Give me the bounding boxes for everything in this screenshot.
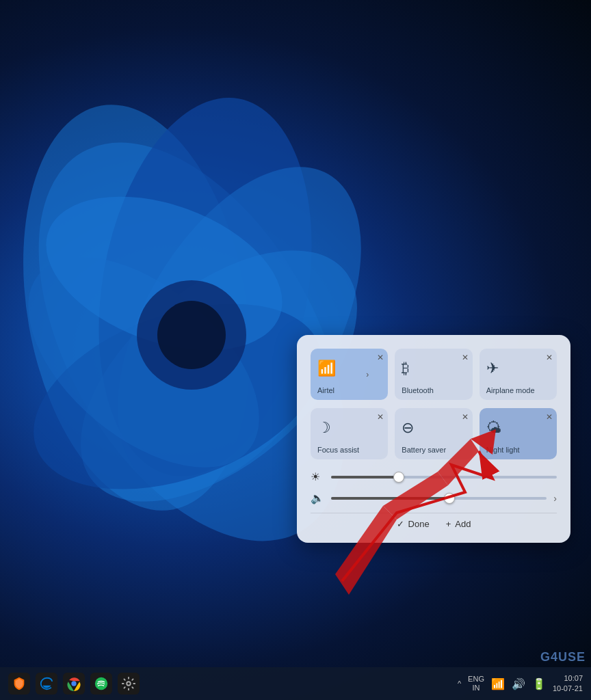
- taskbar-volume-icon[interactable]: 🔊: [512, 677, 525, 690]
- focus-settings-icon[interactable]: ✕: [377, 412, 384, 422]
- brightness-fill: [331, 476, 399, 479]
- taskbar-sys-tray: ^ ENG IN 📶 🔊 🔋 10:07 10-07-21: [458, 673, 583, 695]
- svg-point-17: [127, 682, 131, 686]
- wifi-icon: 📶: [317, 360, 381, 377]
- airplane-label: Airplane mode: [486, 386, 550, 394]
- battery-label: Battery saver: [402, 446, 465, 454]
- quick-settings-bottom: ✓ Done + Add: [311, 513, 557, 529]
- taskbar-clock[interactable]: 10:07 10-07-21: [553, 673, 583, 695]
- taskbar-battery-icon[interactable]: 🔋: [532, 677, 546, 690]
- volume-fill: [331, 497, 449, 500]
- tiles-row-1: ✕ › 📶 Airtel ✕ ₿ Bluetooth ✕ ✈ Airplane …: [311, 349, 557, 400]
- svg-point-16: [95, 677, 107, 690]
- tiles-row-2: ✕ ☽ Focus assist ✕ ⊖ Battery saver ✕ 🌤 N…: [311, 408, 557, 459]
- focus-icon: ☽: [317, 419, 381, 437]
- settings-taskbar-icon[interactable]: [118, 673, 140, 695]
- wifi-tile[interactable]: ✕ › 📶 Airtel: [311, 349, 388, 400]
- svg-point-9: [157, 301, 226, 369]
- brightness-thumb[interactable]: [393, 472, 404, 483]
- add-icon: +: [446, 519, 451, 529]
- volume-slider-row: 🔈 ›: [311, 492, 557, 504]
- volume-arrow-icon[interactable]: ›: [553, 493, 557, 504]
- battery-icon: ⊖: [402, 419, 465, 437]
- done-button[interactable]: ✓ Done: [397, 519, 430, 529]
- volume-icon: 🔈: [311, 492, 324, 504]
- nightlight-icon: 🌤: [486, 419, 550, 437]
- watermark: G4USE: [540, 650, 586, 664]
- focus-label: Focus assist: [317, 446, 381, 454]
- wifi-settings-icon[interactable]: ✕: [377, 353, 384, 362]
- battery-settings-icon[interactable]: ✕: [462, 412, 469, 422]
- nightlight-label: Night light: [486, 446, 550, 454]
- brave-icon[interactable]: [8, 673, 30, 695]
- bluetooth-label: Bluetooth: [402, 386, 465, 394]
- nightlight-settings-icon[interactable]: ✕: [546, 412, 553, 422]
- focus-assist-tile[interactable]: ✕ ☽ Focus assist: [311, 408, 388, 459]
- chrome-icon[interactable]: [63, 673, 85, 695]
- add-label: Add: [455, 519, 471, 529]
- edge-icon[interactable]: [36, 673, 57, 695]
- taskbar-wifi-icon[interactable]: 📶: [491, 677, 505, 690]
- night-light-tile[interactable]: ✕ 🌤 Night light: [480, 408, 557, 459]
- battery-saver-tile[interactable]: ✕ ⊖ Battery saver: [395, 408, 472, 459]
- volume-thumb[interactable]: [444, 493, 455, 504]
- brightness-track[interactable]: [331, 476, 557, 479]
- volume-track[interactable]: [331, 497, 547, 500]
- airplane-tile[interactable]: ✕ ✈ Airplane mode: [480, 349, 557, 400]
- wifi-label: Airtel: [317, 386, 381, 394]
- spotify-icon[interactable]: [90, 673, 112, 695]
- done-label: Done: [408, 519, 430, 529]
- language-label: ENG IN: [468, 675, 484, 692]
- done-icon: ✓: [397, 519, 404, 529]
- airplane-icon: ✈: [486, 360, 550, 377]
- add-button[interactable]: + Add: [446, 519, 471, 529]
- bluetooth-settings-icon[interactable]: ✕: [462, 353, 469, 362]
- bluetooth-icon: ₿: [402, 360, 465, 377]
- taskbar: ^ ENG IN 📶 🔊 🔋 10:07 10-07-21: [0, 667, 591, 700]
- quick-settings-panel: ✕ › 📶 Airtel ✕ ₿ Bluetooth ✕ ✈ Airplane …: [297, 335, 570, 543]
- sys-tray-chevron[interactable]: ^: [458, 679, 461, 688]
- brightness-slider-row: ☀: [311, 470, 557, 483]
- bluetooth-tile[interactable]: ✕ ₿ Bluetooth: [395, 349, 472, 400]
- brightness-icon: ☀: [311, 470, 324, 483]
- svg-point-15: [71, 681, 76, 686]
- wifi-chevron-icon[interactable]: ›: [366, 370, 369, 379]
- taskbar-apps: [8, 673, 140, 695]
- airplane-settings-icon[interactable]: ✕: [546, 353, 553, 362]
